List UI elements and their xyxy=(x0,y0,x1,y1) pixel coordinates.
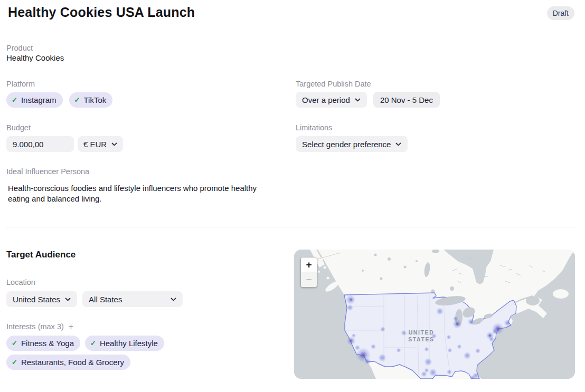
interest-tags-row-2: ✓ Restaurants, Food & Grocery xyxy=(6,355,130,370)
limitations-row: Select gender preference xyxy=(296,136,408,152)
interest-tag[interactable]: ✓ Fitness & Yoga xyxy=(6,336,80,351)
platform-tag-label: Instagram xyxy=(21,95,56,104)
chevron-down-icon xyxy=(355,98,361,102)
section-divider xyxy=(6,227,575,227)
publish-range-value: 20 Nov - 5 Dec xyxy=(380,95,433,104)
check-icon: ✓ xyxy=(12,339,17,347)
country-value: United States xyxy=(13,295,60,304)
gender-preference-select[interactable]: Select gender preference xyxy=(296,136,408,152)
chevron-down-icon xyxy=(395,142,401,146)
target-audience-heading: Target Audience xyxy=(6,250,76,260)
publish-date-label: Targeted Publish Date xyxy=(296,80,371,88)
check-icon: ✓ xyxy=(90,339,96,347)
audience-map[interactable]: UNITED STATES + − xyxy=(294,250,575,379)
platform-tag-tiktok[interactable]: ✓ TikTok xyxy=(69,92,113,108)
budget-row: € EUR xyxy=(6,136,123,152)
campaign-detail-page: Healthy Cookies USA Launch Draft Product… xyxy=(0,0,585,392)
interest-tag[interactable]: ✓ Healthy Lifestyle xyxy=(85,336,164,351)
interest-tags-row-1: ✓ Fitness & Yoga ✓ Healthy Lifestyle xyxy=(6,336,164,351)
gender-preference-placeholder: Select gender preference xyxy=(302,140,391,149)
publish-mode-value: Over a period xyxy=(302,95,350,104)
platform-tag-label: TikTok xyxy=(84,95,107,104)
state-select[interactable]: All States xyxy=(82,291,183,307)
currency-value: € EUR xyxy=(83,140,107,149)
interests-label: Interests (max 3) xyxy=(6,322,64,331)
country-select[interactable]: United States xyxy=(6,291,77,307)
add-interest-button[interactable]: + xyxy=(69,322,73,331)
interest-tag-label: Healthy Lifestyle xyxy=(100,339,158,348)
interest-tag[interactable]: ✓ Restaurants, Food & Grocery xyxy=(6,355,130,370)
map-country-label-line2: STATES xyxy=(408,336,434,342)
state-value: All States xyxy=(89,295,122,304)
check-icon: ✓ xyxy=(12,96,17,104)
location-row: United States All States xyxy=(6,291,183,307)
product-label: Product xyxy=(6,44,33,52)
map-country-label-line1: UNITED xyxy=(409,329,435,336)
product-value: Healthy Cookies xyxy=(6,53,64,62)
platform-label: Platform xyxy=(6,80,35,88)
platform-tags: ✓ Instagram ✓ TikTok xyxy=(6,92,112,108)
budget-input[interactable] xyxy=(6,136,74,152)
platform-tag-instagram[interactable]: ✓ Instagram xyxy=(6,92,63,108)
zoom-out-button[interactable]: − xyxy=(301,272,317,287)
limitations-label: Limitations xyxy=(296,123,332,132)
status-badge: Draft xyxy=(547,6,574,20)
chevron-down-icon xyxy=(65,298,71,301)
interest-tag-label: Fitness & Yoga xyxy=(21,339,74,348)
publish-mode-select[interactable]: Over a period xyxy=(296,92,367,108)
currency-select[interactable]: € EUR xyxy=(78,136,123,152)
location-label: Location xyxy=(6,278,35,286)
check-icon: ✓ xyxy=(12,358,17,366)
chevron-down-icon xyxy=(111,142,117,146)
persona-label: Ideal Influencer Persona xyxy=(6,167,89,176)
usa-heatmap: UNITED STATES xyxy=(294,250,575,379)
interest-tag-label: Restaurants, Food & Grocery xyxy=(21,358,124,367)
persona-text[interactable]: Health-conscious foodies and lifestyle i… xyxy=(8,183,276,204)
budget-label: Budget xyxy=(6,123,31,132)
publish-range-pill[interactable]: 20 Nov - 5 Dec xyxy=(373,92,440,108)
chevron-down-icon xyxy=(171,298,176,301)
map-zoom-control: + − xyxy=(300,257,317,288)
page-title: Healthy Cookies USA Launch xyxy=(8,5,195,20)
interests-header: Interests (max 3) + xyxy=(6,322,73,331)
publish-date-row: Over a period 20 Nov - 5 Dec xyxy=(296,92,440,108)
zoom-in-button[interactable]: + xyxy=(301,257,317,272)
check-icon: ✓ xyxy=(74,96,80,104)
